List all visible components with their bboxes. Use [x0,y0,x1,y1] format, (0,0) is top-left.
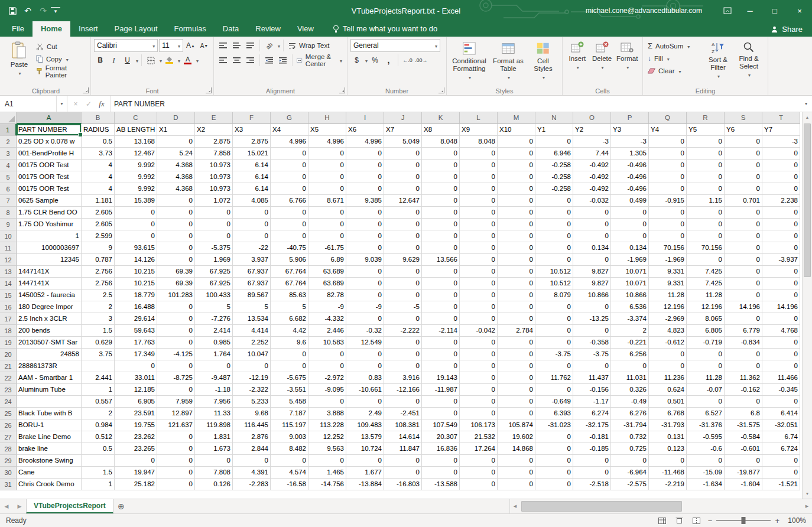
cell-J24[interactable]: 0 [384,396,422,408]
cell-R29[interactable]: 0 [687,455,725,467]
tab-review[interactable]: Review [247,21,289,37]
name-box[interactable]: A1 [0,96,57,112]
cell-N16[interactable]: 0 [535,301,573,313]
cell-P16[interactable]: 6.536 [611,301,649,313]
cell-M2[interactable]: 0 [498,136,535,148]
column-header-A[interactable]: A [17,112,82,124]
cell-C22[interactable]: 33.011 [115,372,157,384]
cell-C1[interactable]: AB LENGTH [115,124,157,136]
zoom-in-button[interactable]: + [775,516,779,525]
cell-T6[interactable]: 0 [762,183,800,195]
cell-L16[interactable]: 0 [460,301,498,313]
cell-N7[interactable]: 0 [535,195,573,207]
cell-O31[interactable]: -2.518 [573,479,611,490]
cell-H1[interactable]: X5 [308,124,346,136]
cell-G19[interactable]: 9.6 [271,337,308,349]
cell-B3[interactable]: 3.73 [82,148,115,160]
cell-J5[interactable]: 0 [384,171,422,183]
cell-S1[interactable]: Y6 [725,124,762,136]
cell-Q22[interactable]: 11.236 [649,372,687,384]
cell-N3[interactable]: 6.946 [535,148,573,160]
row-header-30[interactable]: 30 [0,467,17,479]
tab-file[interactable]: File [4,21,33,37]
select-all-button[interactable] [0,112,17,124]
cell-M24[interactable]: 0 [498,396,535,408]
cell-B8[interactable]: 2.605 [82,207,115,219]
cell-L30[interactable]: 0 [460,467,498,479]
cell-N12[interactable]: 0 [535,254,573,266]
cell-M11[interactable]: 0 [498,242,535,254]
borders-dropdown[interactable] [158,56,162,64]
cell-D21[interactable]: 0 [157,360,195,372]
cell-D18[interactable]: 0 [157,325,195,337]
cell-F25[interactable]: 9.68 [233,408,271,419]
cell-P13[interactable]: 10.071 [611,266,649,278]
cell-M21[interactable]: 0 [498,360,535,372]
cell-R16[interactable]: 12.196 [687,301,725,313]
align-left-button[interactable] [217,54,229,67]
cell-M7[interactable]: 0 [498,195,535,207]
cell-F4[interactable]: 6.14 [233,160,271,171]
cell-G9[interactable]: 0 [271,219,308,230]
cell-I19[interactable]: 12.549 [346,337,384,349]
cell-M1[interactable]: X10 [498,124,535,136]
cell-K2[interactable]: 8.048 [422,136,460,148]
cell-F12[interactable]: 3.937 [233,254,271,266]
cell-F3[interactable]: 15.021 [233,148,271,160]
cell-N4[interactable]: -0.258 [535,160,573,171]
cell-M15[interactable]: 0 [498,289,535,301]
close-button[interactable]: × [787,0,812,21]
cell-G22[interactable]: -5.675 [271,372,308,384]
row-header-23[interactable]: 23 [0,384,17,396]
cell-I1[interactable]: X6 [346,124,384,136]
cell-M30[interactable]: 0 [498,467,535,479]
cell-J22[interactable]: 3.916 [384,372,422,384]
underline-dropdown[interactable] [135,56,138,64]
cell-L10[interactable]: 0 [460,230,498,242]
zoom-level[interactable]: 100% [785,516,806,525]
cell-D29[interactable]: 0 [157,455,195,467]
font-color-button[interactable]: A [181,54,194,67]
cell-E26[interactable]: 119.898 [195,419,233,431]
column-header-R[interactable]: R [687,112,725,124]
accounting-format-button[interactable]: $ [350,54,363,67]
cell-H29[interactable]: 0 [308,455,346,467]
cell-O21[interactable]: 0 [573,360,611,372]
cell-D10[interactable]: 0 [157,230,195,242]
cell-O8[interactable]: 0 [573,207,611,219]
cell-N25[interactable]: 6.393 [535,408,573,419]
column-header-K[interactable]: K [422,112,460,124]
cell-S11[interactable]: 0 [725,242,762,254]
cell-O25[interactable]: 6.274 [573,408,611,419]
column-header-H[interactable]: H [308,112,346,124]
cell-Q6[interactable]: 0 [649,183,687,195]
cell-P10[interactable]: 0 [611,230,649,242]
cell-K23[interactable]: -11.987 [422,384,460,396]
cell-K22[interactable]: 19.143 [422,372,460,384]
cell-I23[interactable]: -10.661 [346,384,384,396]
bold-button[interactable]: B [94,54,106,67]
cell-D30[interactable]: 0 [157,467,195,479]
cell-B10[interactable]: 2.599 [82,230,115,242]
cell-M10[interactable]: 0 [498,230,535,242]
cell-N2[interactable]: 0 [535,136,573,148]
column-header-P[interactable]: P [611,112,649,124]
cell-C24[interactable]: 6.905 [115,396,157,408]
cell-T15[interactable]: 0 [762,289,800,301]
cell-K12[interactable]: 13.566 [422,254,460,266]
cell-I24[interactable]: 0 [346,396,384,408]
cell-D14[interactable]: 69.39 [157,278,195,289]
cell-I31[interactable]: -13.884 [346,479,384,490]
cell-K7[interactable]: 0 [422,195,460,207]
italic-button[interactable]: I [108,54,120,67]
row-header-22[interactable]: 22 [0,372,17,384]
cell-M12[interactable]: 0 [498,254,535,266]
cell-O9[interactable]: 0 [573,219,611,230]
cell-P29[interactable]: 0 [611,455,649,467]
cell-T3[interactable]: 0 [762,148,800,160]
cell-K13[interactable]: 0 [422,266,460,278]
cell-E6[interactable]: 10.973 [195,183,233,195]
cell-D15[interactable]: 101.283 [157,289,195,301]
cell-I2[interactable]: 4.996 [346,136,384,148]
cell-I20[interactable]: 0 [346,349,384,360]
